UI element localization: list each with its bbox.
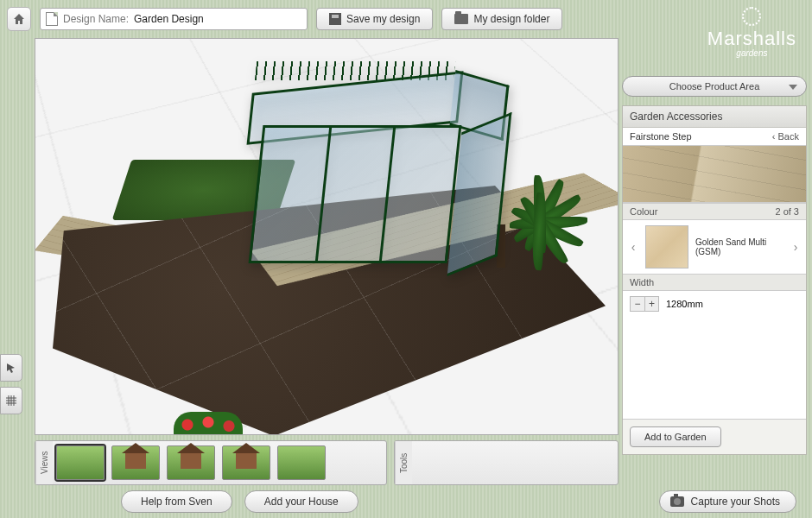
save-icon (329, 13, 341, 25)
width-stepper[interactable]: − + (630, 296, 659, 312)
view-thumb-top[interactable] (56, 445, 105, 480)
brand-name: Marshalls (707, 28, 796, 50)
save-button[interactable]: Save my design (316, 8, 433, 30)
design-name-field[interactable]: Design Name: Garden Design (40, 8, 308, 30)
tools-label: Tools (395, 441, 412, 484)
tools-panel: Tools (394, 440, 619, 485)
colour-next[interactable]: › (790, 240, 801, 254)
brand-logo: Marshalls gardens (707, 7, 796, 58)
document-icon (46, 12, 58, 26)
dropdown-label: Choose Product Area (669, 81, 760, 92)
design-name-label: Design Name: (63, 13, 129, 25)
colour-label: Colour (630, 206, 657, 217)
camera-icon (670, 496, 684, 507)
category-header: Garden Accessories (623, 106, 806, 128)
add-house-button[interactable]: Add your House (244, 490, 358, 513)
folder-label: My design folder (473, 13, 549, 25)
width-header: Width (623, 274, 806, 291)
views-panel: Views (35, 440, 387, 485)
colour-prev[interactable]: ‹ (628, 240, 638, 254)
grid-icon (5, 395, 17, 407)
width-label: Width (630, 277, 654, 287)
view-thumb-front[interactable] (111, 445, 160, 480)
product-image (623, 146, 806, 203)
grid-tool-tab[interactable] (0, 387, 22, 414)
greenhouse (256, 65, 454, 263)
colour-pager: 2 of 3 (775, 206, 799, 217)
view-thumb-ground[interactable] (277, 445, 326, 480)
view-thumb-angle[interactable] (222, 445, 270, 480)
move-tool-tab[interactable] (0, 354, 22, 382)
design-name-value: Garden Design (134, 13, 204, 25)
category-title: Garden Accessories (630, 111, 722, 123)
width-decrease[interactable]: − (631, 297, 644, 311)
home-button[interactable] (7, 7, 31, 31)
cursor-icon (5, 362, 17, 374)
width-increase[interactable]: + (644, 297, 658, 311)
views-label: Views (35, 441, 53, 484)
view-thumb-side[interactable] (167, 445, 215, 480)
brand-icon (742, 7, 761, 26)
save-label: Save my design (346, 13, 420, 25)
width-value: 1280mm (666, 299, 703, 309)
add-to-garden-button[interactable]: Add to Garden (630, 426, 721, 447)
viewport-3d[interactable] (35, 38, 619, 435)
capture-shots-button[interactable]: Capture your Shots (659, 490, 796, 513)
back-link[interactable]: ‹ Back (772, 131, 799, 142)
help-button[interactable]: Help from Sven (121, 490, 232, 513)
product-panel: Garden Accessories Fairstone Step ‹ Back… (622, 105, 807, 455)
product-area-dropdown[interactable]: Choose Product Area (622, 76, 807, 97)
colour-header: Colour 2 of 3 (623, 203, 806, 220)
product-breadcrumb[interactable]: Fairstone Step ‹ Back (623, 128, 806, 146)
design-folder-button[interactable]: My design folder (441, 8, 562, 30)
colour-swatch[interactable] (645, 225, 688, 268)
swatch-name: Golden Sand Multi (GSM) (695, 237, 783, 256)
folder-icon (454, 14, 468, 24)
flower-bed (174, 412, 243, 434)
product-name: Fairstone Step (630, 131, 692, 142)
chevron-left-icon: ‹ (772, 131, 778, 142)
home-icon (12, 12, 26, 26)
